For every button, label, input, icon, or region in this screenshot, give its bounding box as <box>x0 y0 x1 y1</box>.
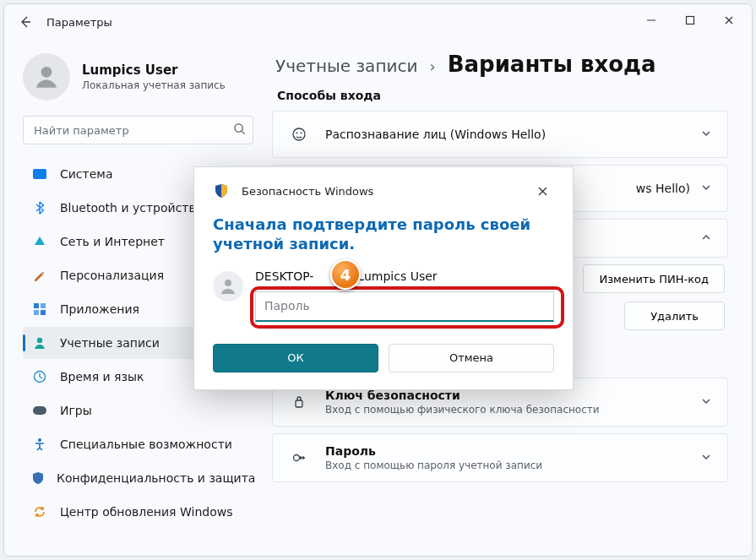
chevron-down-icon <box>700 181 712 197</box>
personalization-icon <box>31 267 48 284</box>
svg-rect-14 <box>296 400 302 407</box>
ok-button[interactable]: ОК <box>213 344 378 372</box>
accessibility-icon <box>31 436 48 453</box>
svg-point-12 <box>296 133 298 134</box>
network-icon <box>31 233 48 250</box>
svg-rect-3 <box>34 303 39 308</box>
dialog-avatar <box>213 271 243 302</box>
page-title: Варианты входа <box>448 52 656 77</box>
nav-label: Персонализация <box>60 269 164 282</box>
profile-block: Lumpics User Локальная учетная запись <box>23 46 253 112</box>
nav-label: Приложения <box>60 302 139 316</box>
card-sub: Вход с помощью физического ключа безопас… <box>325 404 700 416</box>
svg-rect-4 <box>41 303 46 308</box>
dialog-close-button[interactable] <box>530 179 554 203</box>
svg-rect-6 <box>41 310 46 315</box>
security-dialog: Безопасность Windows Сначала подтвердите… <box>193 166 574 390</box>
svg-point-13 <box>301 133 302 134</box>
nav-label: Центр обновления Windows <box>60 505 232 519</box>
system-icon <box>31 166 48 182</box>
chevron-down-icon <box>700 450 712 466</box>
chevron-up-icon <box>700 231 712 247</box>
password-field-wrap <box>255 291 554 322</box>
crumb-parent[interactable]: Учетные записи <box>275 56 417 76</box>
close-button[interactable] <box>710 4 748 36</box>
privacy-icon <box>31 470 45 487</box>
shield-icon <box>213 182 230 199</box>
dialog-actions: ОК Отмена <box>213 344 554 372</box>
apps-icon <box>31 301 48 318</box>
nav-label: Игры <box>60 404 92 417</box>
profile-sub: Локальная учетная запись <box>82 79 226 91</box>
dialog-user-row: DESKTOP-XXXXX\Lumpics User <box>213 269 554 322</box>
bluetooth-icon <box>31 199 48 216</box>
nav-update[interactable]: Центр обновления Windows <box>23 496 253 528</box>
settings-window: Параметры Lumpics User Локальная учетная… <box>3 3 753 557</box>
avatar <box>23 53 70 101</box>
key-icon <box>288 391 310 413</box>
svg-point-11 <box>293 128 305 140</box>
window-controls <box>632 4 748 36</box>
time-icon <box>31 368 48 385</box>
nav-label: Сеть и Интернет <box>60 235 165 248</box>
card-sub: Вход с помощью пароля учетной записи <box>325 459 700 471</box>
face-icon <box>288 123 310 145</box>
nav-label: Время и язык <box>60 370 144 383</box>
svg-point-1 <box>41 67 52 78</box>
svg-point-16 <box>225 280 231 286</box>
password-icon <box>288 447 310 469</box>
dialog-heading: Сначала подтвердите пароль своей учетной… <box>213 215 554 254</box>
change-pin-button[interactable]: Изменить ПИН-код <box>583 264 725 293</box>
cancel-button[interactable]: Отмена <box>389 344 554 372</box>
password-input[interactable] <box>255 291 554 322</box>
dialog-title: Безопасность Windows <box>242 185 373 198</box>
update-icon <box>31 503 48 520</box>
section-heading: Способы входа <box>277 89 728 102</box>
remove-button[interactable]: Удалить <box>624 302 725 330</box>
svg-point-15 <box>294 455 300 461</box>
nav-accessibility[interactable]: Специальные возможности <box>23 428 253 460</box>
breadcrumb: Учетные записи › Варианты входа <box>275 52 728 77</box>
chevron-down-icon <box>700 394 712 410</box>
search-input[interactable] <box>32 123 233 138</box>
search-icon <box>233 122 246 139</box>
svg-rect-0 <box>687 17 694 24</box>
accounts-icon <box>31 334 48 351</box>
titlebar: Параметры <box>4 4 752 40</box>
nav-gaming[interactable]: Игры <box>23 394 253 427</box>
dialog-username: DESKTOP-XXXXX\Lumpics User <box>255 269 554 283</box>
nav-privacy[interactable]: Конфиденциальность и защита <box>23 462 253 494</box>
card-title: Распознавание лиц (Windows Hello) <box>325 128 700 141</box>
app-title: Параметры <box>46 16 112 29</box>
back-button[interactable] <box>13 9 38 35</box>
minimize-button[interactable] <box>632 4 671 36</box>
search-box[interactable] <box>23 116 253 144</box>
card-face-recognition[interactable]: Распознавание лиц (Windows Hello) <box>272 111 728 158</box>
maximize-button[interactable] <box>671 4 710 36</box>
card-password[interactable]: Пароль Вход с помощью пароля учетной зап… <box>272 433 728 482</box>
svg-point-2 <box>235 123 242 131</box>
svg-point-10 <box>38 438 41 442</box>
nav-label: Конфиденциальность и защита <box>57 471 255 485</box>
svg-rect-5 <box>34 310 39 315</box>
gaming-icon <box>31 402 48 419</box>
chevron-down-icon <box>700 127 712 143</box>
svg-rect-9 <box>33 406 46 415</box>
svg-point-7 <box>37 338 42 343</box>
card-title: Ключ безопасности <box>325 389 700 402</box>
nav-label: Bluetooth и устройства <box>60 201 203 215</box>
nav-label: Учетные записи <box>60 336 160 350</box>
profile-name: Lumpics User <box>82 63 226 78</box>
card-title: Пароль <box>325 444 700 458</box>
crumb-sep: › <box>429 57 435 75</box>
nav-label: Специальные возможности <box>60 438 232 451</box>
dialog-header: Безопасность Windows <box>213 179 554 203</box>
nav-label: Система <box>60 167 112 181</box>
